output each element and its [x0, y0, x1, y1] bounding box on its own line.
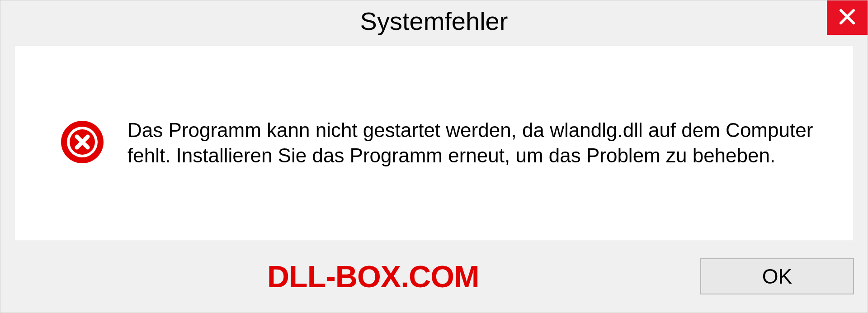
close-icon — [838, 8, 856, 28]
error-dialog: Systemfehler Das Programm kann nicht ges… — [0, 0, 868, 313]
error-icon — [60, 119, 105, 166]
close-button[interactable] — [827, 0, 868, 35]
error-message: Das Programm kann nicht gestartet werden… — [127, 118, 826, 169]
dialog-title: Systemfehler — [360, 6, 508, 36]
ok-button[interactable]: OK — [700, 258, 854, 294]
content-panel: Das Programm kann nicht gestartet werden… — [14, 46, 854, 240]
watermark-text: DLL-BOX.COM — [267, 259, 479, 294]
dialog-footer: DLL-BOX.COM OK — [0, 240, 868, 313]
titlebar: Systemfehler — [0, 0, 868, 41]
